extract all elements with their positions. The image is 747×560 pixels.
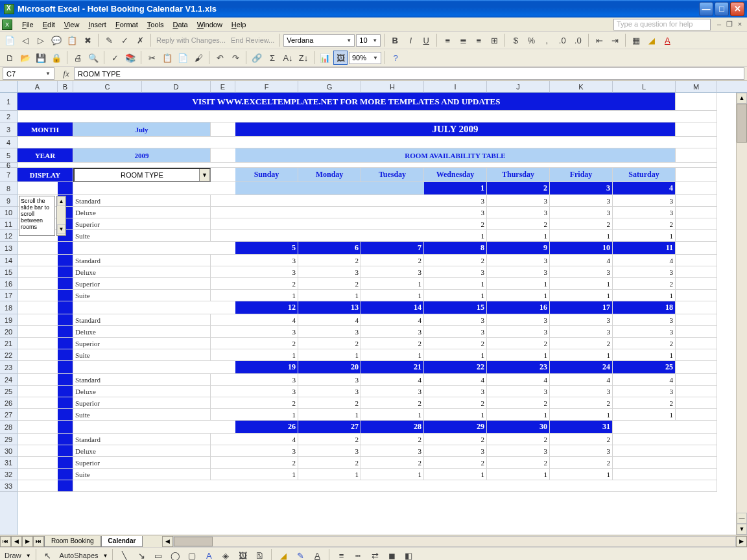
row-header-6[interactable]: 6 <box>0 163 18 168</box>
row-header-31[interactable]: 31 <box>0 457 18 469</box>
maximize-button[interactable]: □ <box>715 2 729 16</box>
availability-value[interactable]: 2 <box>424 397 487 409</box>
date-cell[interactable]: 19 <box>235 361 298 374</box>
availability-value[interactable]: 2 <box>550 218 613 230</box>
chart-wizard-icon[interactable]: 📊 <box>318 51 332 65</box>
date-cell[interactable]: 23 <box>487 361 550 374</box>
workbook-close-button[interactable]: × <box>735 20 744 29</box>
menu-edit[interactable]: Edit <box>38 19 60 30</box>
availability-value[interactable]: 2 <box>361 338 424 349</box>
availability-value[interactable]: 3 <box>298 374 361 386</box>
draw-menu[interactable]: Draw <box>3 552 23 559</box>
row-header-22[interactable]: 22 <box>0 349 18 361</box>
availability-value[interactable]: 1 <box>361 278 424 290</box>
row-header-16[interactable]: 16 <box>0 278 18 290</box>
availability-value[interactable]: 2 <box>361 434 424 445</box>
print-icon[interactable]: 🖨 <box>71 51 85 65</box>
availability-value[interactable]: 3 <box>424 386 487 397</box>
date-cell[interactable]: 8 <box>424 242 487 255</box>
availability-value[interactable]: 4 <box>550 255 613 266</box>
availability-value[interactable]: 2 <box>487 457 550 469</box>
date-cell[interactable]: 31 <box>550 421 613 434</box>
availability-value[interactable]: 2 <box>550 457 613 469</box>
date-cell[interactable]: 5 <box>235 242 298 255</box>
menu-tools[interactable]: Tools <box>143 19 169 30</box>
availability-value[interactable]: 3 <box>424 195 487 207</box>
tab-prev-button[interactable]: ◀ <box>11 536 22 547</box>
italic-button[interactable]: I <box>403 33 418 47</box>
row-header-30[interactable]: 30 <box>0 445 18 457</box>
comma-icon[interactable]: , <box>540 33 554 47</box>
availability-value[interactable]: 3 <box>487 386 550 397</box>
col-header-M[interactable]: M <box>676 81 717 93</box>
paste-icon[interactable]: 📄 <box>176 51 190 65</box>
underline-button[interactable]: U <box>419 33 433 47</box>
open-icon[interactable]: 📂 <box>18 51 32 65</box>
availability-value[interactable]: 3 <box>235 445 298 457</box>
row-header-14[interactable]: 14 <box>0 255 18 266</box>
availability-value[interactable]: 3 <box>424 314 487 326</box>
room-type-label[interactable]: Suite <box>73 409 211 421</box>
diagram-icon[interactable]: ◈ <box>219 548 233 560</box>
availability-value[interactable]: 2 <box>298 457 361 469</box>
availability-value[interactable]: 1 <box>424 278 487 290</box>
increase-decimal-icon[interactable]: .0 <box>555 33 569 47</box>
day-header-wednesday[interactable]: Wednesday <box>424 168 487 182</box>
scroll-down-button[interactable]: ▼ <box>737 524 747 535</box>
redo-icon[interactable]: ↷ <box>228 51 243 65</box>
calendar-title[interactable]: JULY 2009 <box>235 122 676 137</box>
new-icon[interactable]: 🗋 <box>3 51 17 65</box>
availability-value[interactable]: 3 <box>613 266 676 278</box>
preview-icon[interactable]: 🔍 <box>86 51 101 65</box>
research-icon[interactable]: 📚 <box>123 51 137 65</box>
menu-window[interactable]: Window <box>193 19 227 30</box>
date-cell[interactable]: 2 <box>487 182 550 195</box>
availability-value[interactable]: 1 <box>613 349 676 361</box>
availability-value[interactable]: 1 <box>298 409 361 421</box>
availability-value[interactable]: 2 <box>298 255 361 266</box>
scroll-split-button[interactable]: — <box>737 513 747 524</box>
availability-label[interactable]: ROOM AVAILABILITY TABLE <box>235 148 676 163</box>
spelling-icon[interactable]: ✓ <box>108 51 122 65</box>
hyperlink-icon[interactable]: 🔗 <box>250 51 264 65</box>
sort-asc-icon[interactable]: A↓ <box>281 51 295 65</box>
availability-value[interactable]: 3 <box>298 386 361 397</box>
availability-value[interactable]: 4 <box>235 434 298 445</box>
availability-value[interactable]: 2 <box>424 218 487 230</box>
decrease-decimal-icon[interactable]: .0 <box>571 33 585 47</box>
date-cell[interactable]: 29 <box>424 421 487 434</box>
availability-value[interactable]: 2 <box>235 338 298 349</box>
row-header-3[interactable]: 3 <box>0 122 18 137</box>
row-header-29[interactable]: 29 <box>0 434 18 445</box>
line-icon[interactable]: ╲ <box>117 548 132 560</box>
vertical-scrollbar[interactable]: ▲ — ▼ <box>736 93 747 535</box>
availability-value[interactable]: 3 <box>487 207 550 218</box>
arrow-icon[interactable]: ↘ <box>134 548 148 560</box>
availability-value[interactable]: 1 <box>550 230 613 242</box>
availability-value[interactable]: 1 <box>361 409 424 421</box>
availability-value[interactable]: 4 <box>613 255 676 266</box>
availability-value[interactable]: 3 <box>235 374 298 386</box>
close-button[interactable]: ✕ <box>730 2 744 16</box>
row-header-2[interactable]: 2 <box>0 111 18 122</box>
availability-value[interactable]: 1 <box>487 290 550 301</box>
menu-insert[interactable]: Insert <box>84 19 111 30</box>
availability-value[interactable]: 1 <box>424 349 487 361</box>
row-header-21[interactable]: 21 <box>0 338 18 349</box>
new-comment-icon[interactable]: 📄 <box>3 33 17 47</box>
display-label[interactable]: DISPLAY <box>18 168 73 182</box>
date-cell[interactable]: 18 <box>613 301 676 314</box>
undo-icon[interactable]: ↶ <box>213 51 227 65</box>
availability-value[interactable]: 2 <box>487 218 550 230</box>
autoshapes-menu[interactable]: AutoShapes <box>58 552 101 559</box>
availability-value[interactable]: 3 <box>487 195 550 207</box>
availability-value[interactable]: 1 <box>424 230 487 242</box>
minimize-button[interactable]: — <box>699 2 713 16</box>
fx-icon[interactable]: fx <box>58 69 74 79</box>
availability-value[interactable]: 1 <box>613 230 676 242</box>
availability-value[interactable]: 4 <box>235 314 298 326</box>
zoom-select[interactable]: 90%▼ <box>349 52 381 64</box>
room-type-label[interactable]: Suite <box>73 349 211 361</box>
picture-icon[interactable]: 🖻 <box>252 548 267 560</box>
menu-file[interactable]: File <box>18 19 38 30</box>
